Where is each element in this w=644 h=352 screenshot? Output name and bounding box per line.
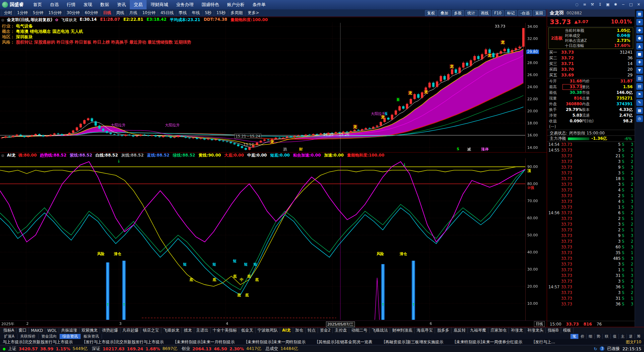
toolbar-icon-circle[interactable]: ●	[636, 35, 643, 42]
menu-item-8[interactable]: 业务办理	[172, 0, 198, 9]
indicator-tab-5[interactable]: 双紫擒龙	[79, 328, 100, 333]
indicator-tab-21[interactable]: 飞碟战法	[370, 328, 390, 333]
period-item-6[interactable]: 日线	[100, 10, 113, 16]
mini-tab-5[interactable]: 值	[610, 334, 619, 339]
period-action-5[interactable]: F10	[492, 10, 504, 16]
close-button[interactable]: ✕	[635, 2, 642, 8]
extension-tab-0[interactable]: 扩展A	[1, 334, 17, 339]
indicator-tab-10[interactable]: 揽龙	[182, 328, 194, 333]
date-tick-0[interactable]: 2	[26, 321, 29, 326]
menu-item-5[interactable]: 资讯	[113, 0, 130, 9]
indicator-tab-6[interactable]: 强势起爆	[100, 328, 120, 333]
period-action-7[interactable]: -自选	[518, 10, 532, 16]
indicator-tab-20[interactable]: 动能二号	[349, 328, 370, 333]
mini-tab-6[interactable]: 主	[619, 334, 627, 339]
menu-icon[interactable]: ≡	[581, 2, 588, 8]
toolbar-icon-square[interactable]: ■	[636, 51, 643, 58]
period-action-2[interactable]: 多股	[452, 10, 464, 16]
bid-row-2[interactable]: 买三33.7114	[549, 61, 633, 67]
indicator-tab-31[interactable]: 模板	[561, 328, 574, 333]
indicator-tab-11[interactable]: 主进出	[194, 328, 211, 333]
period-item-2[interactable]: 5分钟	[30, 10, 46, 16]
menu-item-9[interactable]: 国盛特色	[198, 0, 223, 9]
download-icon[interactable]: ↧	[597, 2, 603, 8]
indicator-tab-4[interactable]: 共振追涨	[59, 328, 79, 333]
period-item-3[interactable]: 15分钟	[46, 10, 64, 16]
mini-tab-3[interactable]: 势	[594, 334, 602, 339]
period-item-5[interactable]: 60分钟	[82, 10, 100, 16]
menu-item-7[interactable]: 理财商城	[147, 0, 172, 9]
indicator-tab-9[interactable]: 飞碟妖龙	[161, 328, 182, 333]
toolbar-icon-target[interactable]: ◎	[636, 115, 643, 122]
period-item-16[interactable]: 更多>	[245, 10, 262, 16]
period-item-11[interactable]: 季线	[176, 10, 189, 16]
indicator-tab-30[interactable]: 指标B	[546, 328, 561, 333]
period-item-15[interactable]: 多周期	[228, 10, 245, 16]
indicator-tab-24[interactable]: 股多多	[435, 328, 451, 333]
extension-tab-2[interactable]: 资金流向	[39, 334, 60, 339]
period-label[interactable]: 日线	[534, 321, 545, 327]
search-icon[interactable]: ◌	[574, 2, 580, 8]
menu-item-1[interactable]: 自选	[46, 0, 63, 9]
indicator-tab-3[interactable]: WOL	[45, 328, 59, 333]
indicator-tab-13[interactable]: 低金叉	[239, 328, 256, 333]
date-tick-1[interactable]: 3	[119, 321, 121, 326]
refresh-icon[interactable]: ↻	[594, 346, 597, 351]
bid-row-1[interactable]: 买二33.7236	[549, 55, 633, 61]
indicator-tab-2[interactable]: MAKD	[29, 328, 45, 333]
indicator-tab-15[interactable]: AI龙	[280, 328, 293, 333]
indicator-tab-0[interactable]: 指标A	[1, 328, 16, 333]
bid-row-3[interactable]: 买四33.7020	[549, 67, 633, 72]
toolbar-icon-grid[interactable]: ▦	[636, 11, 643, 17]
news-item-0[interactable]: 与上市提示]北交所新股发行与上市提示	[3, 339, 73, 345]
extension-tab-3[interactable]: 综合资讯	[60, 334, 81, 339]
extension-tab-4[interactable]: 板块资讯	[81, 334, 102, 339]
indicator-collapse-icon[interactable]: ◎	[1, 154, 4, 157]
toolbar-icon-chart[interactable]: ▥	[636, 75, 643, 82]
indicator-tab-12[interactable]: 十全十美指标	[211, 328, 239, 333]
mini-tab-2[interactable]: 细	[586, 334, 594, 339]
index-name-2[interactable]: 创业	[181, 346, 190, 352]
indicator-tab-29[interactable]: 补涨龙头	[525, 328, 546, 333]
mini-tab-1[interactable]: 价	[578, 334, 586, 339]
news-item-5[interactable]: [再融资提示]新三板增发实施提示	[384, 339, 443, 345]
tools-icon[interactable]: ⚒	[589, 2, 596, 8]
indicator-tab-26[interactable]: 九福琴魔	[468, 328, 488, 333]
indicator-tab-14[interactable]: 宁波敢死队	[256, 328, 280, 333]
period-item-0[interactable]: 分时	[1, 10, 14, 16]
toolbar-icon-doc[interactable]: ▤	[636, 83, 643, 90]
monitor-icon[interactable]: ▣	[604, 2, 611, 8]
menu-item-11[interactable]: 条件单	[249, 0, 270, 9]
indicator-tab-27[interactable]: 庄家加仓	[488, 328, 509, 333]
indicator-tab-19[interactable]: 主控盘	[333, 328, 349, 333]
news-item-4[interactable]: [其他提示]在销基金简况一览表	[317, 339, 372, 345]
news-item-1[interactable]: [发行与上市提示]北交所新股发行与上市提示	[84, 339, 164, 345]
toolbar-icon-note[interactable]: ✎	[636, 99, 643, 106]
bid-row-0[interactable]: 买一33.7331241	[549, 50, 633, 55]
period-item-7[interactable]: 周线	[113, 10, 126, 16]
indicator-tab-1[interactable]: 窗口	[16, 328, 29, 333]
mini-tab-7[interactable]: 逆	[627, 334, 635, 339]
toolbar-icon-flag[interactable]: ⚑	[636, 91, 643, 98]
menu-item-10[interactable]: 账户分析	[223, 0, 249, 9]
period-item-1[interactable]: 1分钟	[14, 10, 30, 16]
indicator-tab-23[interactable]: 海底寻宝	[415, 328, 435, 333]
toolbar-icon-diamond[interactable]: ◆	[636, 27, 643, 34]
toolbar-icon-star[interactable]: ★	[636, 19, 643, 25]
period-action-0[interactable]: 复权	[425, 10, 437, 16]
period-action-4[interactable]: 画线	[479, 10, 491, 16]
indicator-tab-25[interactable]: 底反转	[451, 328, 468, 333]
period-action-3[interactable]: 统计	[465, 10, 478, 16]
period-item-14[interactable]: 15秒	[214, 10, 228, 16]
news-item-7[interactable]: [发行与上...	[534, 339, 555, 345]
bid-row-4[interactable]: 买五33.6929	[549, 72, 633, 78]
collapse-icon[interactable]: ◎	[1, 18, 4, 22]
menu-item-0[interactable]: 首页	[29, 0, 46, 9]
toolbar-icon-down[interactable]: ▼	[636, 67, 643, 74]
period-action-6[interactable]: 标记	[505, 10, 517, 16]
extension-tab-1[interactable]: 关联报价	[17, 334, 39, 339]
mini-tab-4[interactable]: 联	[602, 334, 610, 339]
settings-icon[interactable]: ✱	[612, 2, 619, 8]
index-name-1[interactable]: 深证	[92, 346, 100, 352]
toolbar-icon-plus[interactable]: ✚	[636, 59, 643, 66]
